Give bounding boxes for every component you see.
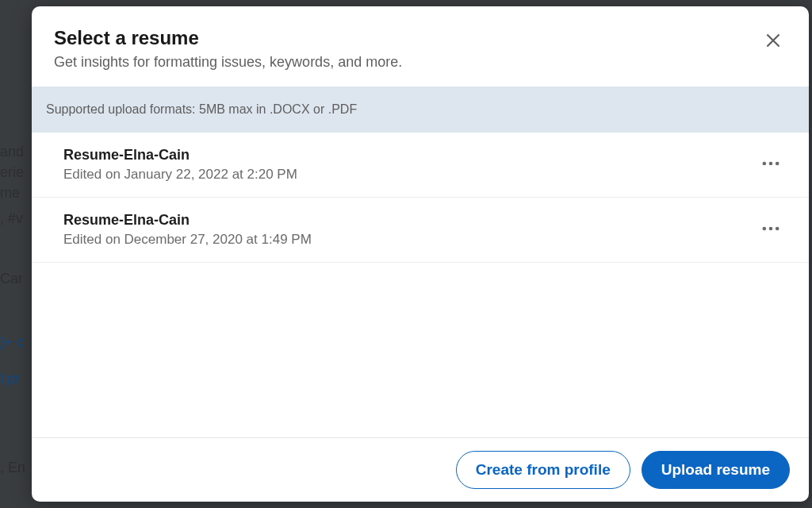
svg-point-1 [769,162,773,166]
resume-list: Resume-Elna-Cain Edited on January 22, 2… [32,133,809,437]
resume-item[interactable]: Resume-Elna-Cain Edited on December 27, … [32,198,809,263]
resume-meta: Resume-Elna-Cain Edited on January 22, 2… [63,147,297,183]
format-info-text: Supported upload formats: 5MB max in .DO… [46,102,357,116]
resume-more-button[interactable] [755,213,787,247]
upload-resume-button[interactable]: Upload resume [642,451,790,489]
create-from-profile-button[interactable]: Create from profile [456,451,630,489]
resume-edited: Edited on January 22, 2022 at 2:20 PM [63,167,297,183]
modal-header: Select a resume Get insights for formatt… [32,6,809,87]
resume-more-button[interactable] [755,148,787,182]
svg-point-3 [763,227,767,231]
resume-edited: Edited on December 27, 2020 at 1:49 PM [63,232,312,248]
svg-point-0 [763,162,767,166]
modal-subtitle: Get insights for formatting issues, keyw… [54,54,402,71]
svg-point-5 [776,227,779,231]
modal-backdrop: and erie me , #v Car )+ c l pr , En Sele… [0,0,812,508]
format-info-banner: Supported upload formats: 5MB max in .DO… [32,87,809,133]
modal-footer: Create from profile Upload resume [32,437,809,502]
svg-point-4 [769,227,773,231]
resume-item[interactable]: Resume-Elna-Cain Edited on January 22, 2… [32,133,809,198]
more-horizontal-icon [760,217,782,240]
resume-name: Resume-Elna-Cain [63,147,297,164]
select-resume-modal: Select a resume Get insights for formatt… [32,6,809,502]
more-horizontal-icon [760,152,782,175]
resume-meta: Resume-Elna-Cain Edited on December 27, … [63,212,312,248]
modal-titles: Select a resume Get insights for formatt… [54,27,402,71]
modal-title: Select a resume [54,27,402,49]
svg-point-2 [776,162,779,166]
close-icon [763,30,783,51]
resume-name: Resume-Elna-Cain [63,212,312,229]
close-button[interactable] [760,27,787,56]
